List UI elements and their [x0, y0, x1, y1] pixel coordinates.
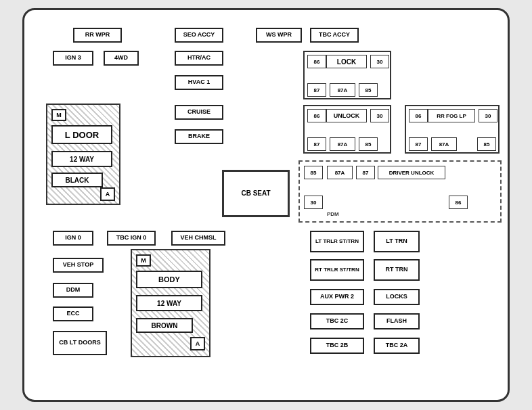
ldoor-a: A [100, 187, 115, 201]
lock-30: 30 [370, 55, 389, 68]
four-wd-label: 4WD [104, 51, 139, 66]
body-m: M [136, 254, 151, 267]
brake-label: BRAKE [175, 129, 223, 144]
body-12way: 12 WAY [136, 295, 202, 311]
lt-trlr-label: LT TRLR ST/TRN [310, 231, 364, 252]
unlock-87: 87 [307, 137, 326, 151]
veh-chmsl-label: VEH CHMSL [171, 231, 225, 246]
body-label: BODY [136, 271, 202, 288]
ecc-label: ECC [53, 306, 93, 321]
ldoor-label: L DOOR [51, 125, 112, 144]
rt-trlr-label: RT TRLR ST/TRN [310, 259, 364, 281]
unlock-label: UNLOCK [326, 109, 367, 122]
tbc-2a-label: TBC 2A [374, 338, 420, 354]
flash-label: FLASH [374, 313, 420, 329]
fuse-diagram: RR WPR SEO ACCY WS WPR TBC ACCY IGN 3 4W… [22, 8, 510, 402]
aux-pwr2-label: AUX PWR 2 [310, 289, 364, 305]
htr-ac-label: HTR/AC [175, 51, 223, 66]
du-87a: 87A [327, 166, 353, 179]
tbc-2c-label: TBC 2C [310, 313, 364, 329]
du-86: 86 [449, 196, 468, 209]
cb-lt-doors-label: CB LT DOORS [53, 331, 107, 355]
lt-trn-label: LT TRN [374, 231, 420, 252]
ign3-label: IGN 3 [53, 51, 93, 66]
unlock-30: 30 [370, 109, 389, 122]
lock-87a: 87A [330, 83, 355, 97]
lock-86: 86 [307, 55, 326, 68]
ldoor-black: BLACK [51, 173, 103, 187]
rrfog-30: 30 [479, 109, 497, 122]
ldoor-m: M [51, 109, 66, 121]
body-a: A [190, 337, 205, 350]
du-87: 87 [356, 166, 375, 179]
pdm-box: 85 87A 87 DRIVER UNLOCK 30 86 PDM [298, 160, 502, 223]
du-label: DRIVER UNLOCK [378, 166, 445, 179]
lock-87: 87 [307, 83, 326, 97]
locks-label: LOCKS [374, 289, 420, 305]
unlock-86: 86 [307, 109, 326, 122]
cb-seat-box: CB SEAT [222, 170, 290, 217]
tbc-ign0-label: TBC IGN 0 [107, 231, 156, 246]
ddm-label: DDM [53, 283, 93, 298]
lock-85: 85 [359, 83, 378, 97]
l-door-hatch: M L DOOR 12 WAY BLACK A [46, 104, 120, 205]
tbc-accy-label: TBC ACCY [310, 28, 359, 43]
unlock-85: 85 [359, 137, 378, 151]
du-30: 30 [304, 196, 323, 209]
rrfog-label: RR FOG LP [428, 109, 475, 122]
du-85: 85 [304, 166, 323, 179]
ws-wpr-label: WS WPR [256, 28, 302, 43]
pdm-text-label: PDM [327, 211, 339, 217]
body-brown: BROWN [136, 318, 193, 333]
lock-label: LOCK [326, 55, 367, 68]
rrfog-87: 87 [409, 137, 428, 151]
ldoor-12way: 12 WAY [51, 151, 112, 167]
unlock-87a: 87A [330, 137, 355, 151]
veh-stop-label: VEH STOP [53, 258, 104, 273]
tbc-2b-label: TBC 2B [310, 338, 364, 354]
ign0-label: IGN 0 [53, 231, 93, 246]
rrfog-87a: 87A [431, 137, 457, 151]
rt-trn-label: RT TRN [374, 259, 420, 281]
lock-relay-group: 86 30 LOCK 87 87A 85 [303, 51, 391, 99]
hvac1-label: HVAC 1 [175, 75, 223, 90]
seo-accy-label: SEO ACCY [175, 28, 223, 43]
body-hatch: M BODY 12 WAY BROWN A [131, 249, 210, 357]
fuse-box-content: RR WPR SEO ACCY WS WPR TBC ACCY IGN 3 4W… [39, 22, 493, 388]
rrfog-85: 85 [477, 137, 496, 151]
rrfog-86: 86 [409, 109, 428, 122]
rrfog-relay-group: 86 30 RR FOG LP 87 87A 85 [405, 105, 500, 154]
unlock-relay-group: 86 30 UNLOCK 87 87A 85 [303, 105, 391, 154]
rr-wpr-label: RR WPR [73, 28, 122, 43]
cruise-label: CRUISE [175, 105, 223, 120]
